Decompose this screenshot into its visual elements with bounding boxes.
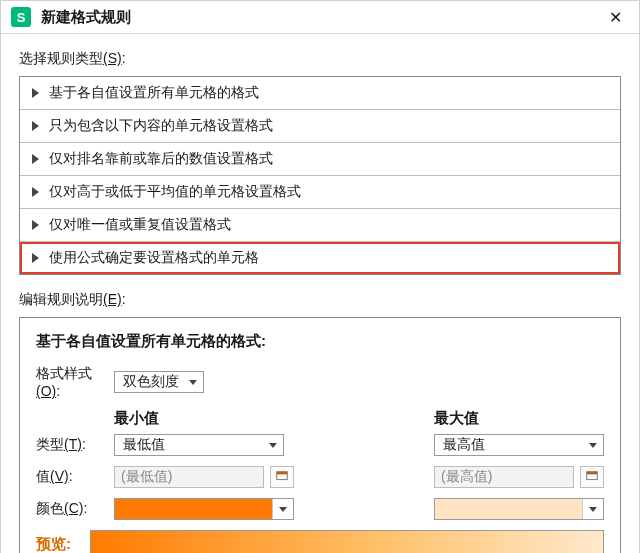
format-style-row: 格式样式(O): 双色刻度 bbox=[36, 365, 604, 399]
rule-type-item-top-bottom[interactable]: 仅对排名靠前或靠后的数值设置格式 bbox=[20, 143, 620, 176]
rule-type-item-contains[interactable]: 只为包含以下内容的单元格设置格式 bbox=[20, 110, 620, 143]
preview-label: 预览: bbox=[36, 535, 90, 554]
app-icon: S bbox=[11, 7, 31, 27]
chevron-down-icon bbox=[279, 507, 287, 512]
value-max-ref-button[interactable] bbox=[580, 466, 604, 488]
label-hotkey: (T) bbox=[64, 436, 82, 452]
color-label: 颜色(C): bbox=[36, 500, 114, 518]
color-row: 颜色(C): bbox=[36, 498, 604, 520]
rule-edit-title: 基于各自值设置所有单元格的格式: bbox=[36, 332, 604, 351]
label-hotkey: (C) bbox=[64, 500, 83, 516]
select-rule-type-label: 选择规则类型(S): bbox=[19, 50, 621, 68]
label-text: 类型 bbox=[36, 436, 64, 452]
rule-type-label: 仅对排名靠前或靠后的数值设置格式 bbox=[49, 150, 273, 168]
color-swatch bbox=[115, 499, 272, 519]
chevron-down-icon bbox=[189, 380, 197, 385]
color-swatch bbox=[435, 499, 582, 519]
preview-gradient bbox=[90, 530, 604, 553]
select-value: 最低值 bbox=[123, 436, 165, 454]
edit-rule-desc-label: 编辑规则说明(E): bbox=[19, 291, 621, 309]
svg-rect-3 bbox=[587, 472, 598, 475]
type-label: 类型(T): bbox=[36, 436, 114, 454]
label-hotkey: (V) bbox=[50, 468, 69, 484]
new-format-rule-dialog: S 新建格式规则 ✕ 选择规则类型(S): 基于各自值设置所有单元格的格式 只为… bbox=[0, 0, 640, 553]
value-label: 值(V): bbox=[36, 468, 114, 486]
triangle-icon bbox=[32, 154, 39, 164]
triangle-icon bbox=[32, 253, 39, 263]
value-row: 值(V): (最低值) (最高值) bbox=[36, 466, 604, 488]
svg-rect-1 bbox=[277, 472, 288, 475]
rule-type-label: 基于各自值设置所有单元格的格式 bbox=[49, 84, 259, 102]
label-hotkey: (S) bbox=[103, 50, 122, 66]
type-min-select[interactable]: 最低值 bbox=[114, 434, 284, 456]
dialog-title: 新建格式规则 bbox=[41, 8, 601, 27]
cell-ref-icon bbox=[585, 470, 599, 484]
rule-edit-box: 基于各自值设置所有单元格的格式: 格式样式(O): 双色刻度 最小值 最大值 类… bbox=[19, 317, 621, 553]
triangle-icon bbox=[32, 220, 39, 230]
label-text: 编辑规则说明 bbox=[19, 291, 103, 307]
type-max-select[interactable]: 最高值 bbox=[434, 434, 604, 456]
rule-type-item-unique-duplicate[interactable]: 仅对唯一值或重复值设置格式 bbox=[20, 209, 620, 242]
value-min-ref-button[interactable] bbox=[270, 466, 294, 488]
rule-type-item-formula[interactable]: 使用公式确定要设置格式的单元格 bbox=[20, 242, 620, 274]
label-text: 格式样式 bbox=[36, 365, 92, 381]
format-style-select[interactable]: 双色刻度 bbox=[114, 371, 204, 393]
label-text: 颜色 bbox=[36, 500, 64, 516]
color-min-select[interactable] bbox=[114, 498, 294, 520]
input-placeholder: (最低值) bbox=[121, 468, 172, 486]
label-text: 值 bbox=[36, 468, 50, 484]
preview-row: 预览: bbox=[36, 530, 604, 553]
value-max-input[interactable]: (最高值) bbox=[434, 466, 574, 488]
triangle-icon bbox=[32, 88, 39, 98]
label-hotkey: (E) bbox=[103, 291, 122, 307]
label-text: 选择规则类型 bbox=[19, 50, 103, 66]
input-placeholder: (最高值) bbox=[441, 468, 492, 486]
min-header: 最小值 bbox=[114, 409, 314, 428]
dialog-body: 选择规则类型(S): 基于各自值设置所有单元格的格式 只为包含以下内容的单元格设… bbox=[1, 34, 639, 553]
max-header: 最大值 bbox=[434, 409, 604, 428]
type-row: 类型(T): 最低值 最高值 bbox=[36, 434, 604, 456]
titlebar: S 新建格式规则 ✕ bbox=[1, 1, 639, 34]
label-hotkey: (O) bbox=[36, 383, 56, 399]
rule-type-item-all-values[interactable]: 基于各自值设置所有单元格的格式 bbox=[20, 77, 620, 110]
triangle-icon bbox=[32, 187, 39, 197]
rule-type-list: 基于各自值设置所有单元格的格式 只为包含以下内容的单元格设置格式 仅对排名靠前或… bbox=[19, 76, 621, 275]
rule-type-label: 只为包含以下内容的单元格设置格式 bbox=[49, 117, 273, 135]
select-value: 最高值 bbox=[443, 436, 485, 454]
rule-type-label: 使用公式确定要设置格式的单元格 bbox=[49, 249, 259, 267]
rule-type-label: 仅对高于或低于平均值的单元格设置格式 bbox=[49, 183, 301, 201]
value-min-input[interactable]: (最低值) bbox=[114, 466, 264, 488]
cell-ref-icon bbox=[275, 470, 289, 484]
minmax-headers: 最小值 最大值 bbox=[36, 409, 604, 428]
triangle-icon bbox=[32, 121, 39, 131]
chevron-down-icon bbox=[589, 507, 597, 512]
select-value: 双色刻度 bbox=[123, 373, 179, 391]
rule-type-item-above-below-avg[interactable]: 仅对高于或低于平均值的单元格设置格式 bbox=[20, 176, 620, 209]
chevron-down-icon bbox=[269, 443, 277, 448]
chevron-down-icon bbox=[589, 443, 597, 448]
format-style-label: 格式样式(O): bbox=[36, 365, 114, 399]
rule-type-label: 仅对唯一值或重复值设置格式 bbox=[49, 216, 231, 234]
close-button[interactable]: ✕ bbox=[601, 8, 629, 27]
color-max-select[interactable] bbox=[434, 498, 604, 520]
